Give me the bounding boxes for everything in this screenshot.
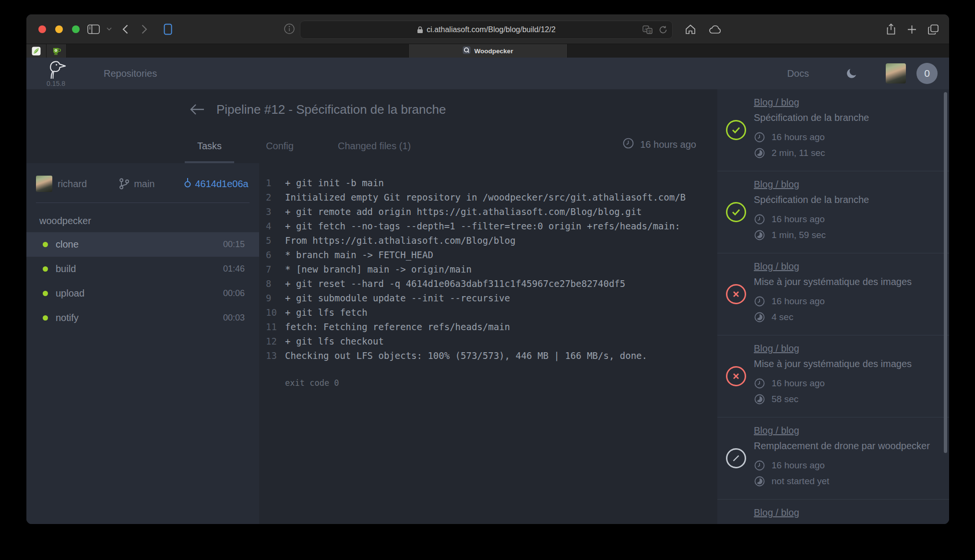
dark-mode-toggle-icon[interactable] <box>845 67 858 80</box>
app-header: 0.15.8 Repositories Docs 0 <box>26 58 949 89</box>
step-status-dot <box>43 315 48 321</box>
build-repo-link[interactable]: Blog / blog <box>754 425 799 436</box>
traffic-lights <box>38 25 80 33</box>
build-duration: not started yet <box>754 476 949 487</box>
build-repo-link[interactable]: Blog / blog <box>754 97 799 108</box>
close-window-button[interactable] <box>38 25 46 33</box>
log-line: 8 + git reset --hard -q 4614d1e06a3dabf3… <box>266 276 709 291</box>
build-time: 16 hours ago <box>754 296 949 307</box>
url-text: ci.athaliasoft.com/Blog/blog/build/12/2 <box>427 25 556 34</box>
divider <box>36 203 250 203</box>
chevron-down-icon[interactable] <box>107 27 112 31</box>
lock-icon <box>417 26 423 34</box>
author-name: richard <box>58 179 87 190</box>
build-duration: 58 sec <box>754 393 949 405</box>
nav-repositories[interactable]: Repositories <box>104 68 157 79</box>
scrollbar-thumb[interactable] <box>944 92 947 453</box>
log-line-number: 12 <box>266 334 285 348</box>
sidebar-toggle-icon[interactable] <box>87 24 100 34</box>
duration-icon <box>754 393 765 405</box>
log-line-number: 1 <box>266 176 285 190</box>
build-status-icon <box>726 366 746 386</box>
tab-woodpecker[interactable]: Woodpecker <box>408 44 568 58</box>
author-avatar <box>36 176 52 192</box>
app-version: 0.15.8 <box>47 80 65 87</box>
step-row[interactable]: clone 00:15 <box>26 232 259 257</box>
compact-tab-icon[interactable] <box>164 24 172 35</box>
log-line: 13 Checking out LFS objects: 100% (573/5… <box>266 348 709 363</box>
tab-overview-icon[interactable] <box>928 24 939 35</box>
notification-badge[interactable]: 0 <box>916 63 938 84</box>
clock-icon <box>754 378 765 389</box>
steps-panel: richard main <box>26 163 259 524</box>
home-icon[interactable] <box>685 24 696 35</box>
duration-icon <box>754 311 765 323</box>
build-repo-link[interactable]: Blog / blog <box>754 179 799 190</box>
build-entry[interactable]: Blog / blog Spécification de la branche … <box>717 89 949 171</box>
log-line-number: 7 <box>266 262 285 276</box>
build-entry[interactable]: Blog / blog Mise à jour systématique des… <box>717 335 949 417</box>
back-button[interactable] <box>122 24 128 34</box>
step-row[interactable]: notify 00:03 <box>26 306 259 330</box>
browser-toolbar: ci.athaliasoft.com/Blog/blog/build/12/2 … <box>26 14 949 44</box>
clock-icon <box>754 296 765 307</box>
back-arrow-icon[interactable] <box>190 103 205 116</box>
log-output[interactable]: 1 + git init -b main 2 Initialized empty… <box>259 163 717 524</box>
log-line-number: 11 <box>266 320 285 334</box>
reader-info-icon[interactable] <box>284 23 295 35</box>
nav-docs[interactable]: Docs <box>787 68 809 79</box>
pinned-tab-gitea[interactable] <box>47 44 67 58</box>
build-repo-link[interactable]: Blog / blog <box>754 261 799 272</box>
duration-icon <box>754 229 765 241</box>
log-line-number: 8 <box>266 276 285 291</box>
build-entry[interactable]: Blog / blog Spécification de la branche … <box>717 171 949 253</box>
reload-icon[interactable] <box>659 25 667 34</box>
share-icon[interactable] <box>886 24 896 35</box>
log-line-number: 13 <box>266 348 285 363</box>
forward-button[interactable] <box>142 24 147 34</box>
log-line: 6 * branch main -> FETCH_HEAD <box>266 248 709 262</box>
pipeline-tab[interactable]: Config <box>253 141 306 163</box>
build-entry[interactable]: Blog / blog Remplacement de drone par wo… <box>717 500 949 524</box>
minimize-window-button[interactable] <box>55 25 63 33</box>
tab-title: Woodpecker <box>475 48 513 55</box>
translate-icon[interactable]: A 文 <box>642 25 653 34</box>
new-tab-icon[interactable] <box>907 25 916 34</box>
build-entry[interactable]: Blog / blog Mise à jour systématique des… <box>717 253 949 335</box>
step-status-dot <box>43 291 48 296</box>
duration-icon <box>754 147 765 159</box>
step-row[interactable]: upload 00:06 <box>26 281 259 306</box>
build-repo-link[interactable]: Blog / blog <box>754 343 799 354</box>
log-line-number: 4 <box>266 219 285 233</box>
commit-hash-link[interactable]: 4614d1e06a <box>195 179 249 190</box>
clock-icon <box>622 137 634 152</box>
step-row[interactable]: build 01:46 <box>26 257 259 281</box>
build-status-icon <box>726 284 746 304</box>
log-line: 9 + git submodule update --init --recurs… <box>266 291 709 305</box>
step-duration: 00:06 <box>223 288 245 298</box>
build-message: Spécification de la branche <box>754 194 949 205</box>
address-bar[interactable]: ci.athaliasoft.com/Blog/blog/build/12/2 … <box>300 21 673 39</box>
build-entry[interactable]: Blog / blog Remplacement de drone par wo… <box>717 417 949 500</box>
step-status-dot <box>43 242 48 247</box>
build-time: 16 hours ago <box>754 131 949 143</box>
pipeline-tab[interactable]: Tasks <box>185 141 234 163</box>
log-line: 11 fetch: Fetching reference refs/heads/… <box>266 320 709 334</box>
log-line-number: 9 <box>266 291 285 305</box>
pipeline-time-ago: 16 hours ago <box>622 137 696 152</box>
pinned-tab-leaf[interactable] <box>26 44 47 58</box>
step-duration: 00:15 <box>223 239 245 250</box>
zoom-window-button[interactable] <box>72 25 80 33</box>
woodpecker-favicon <box>463 46 471 56</box>
branch-name: main <box>134 179 155 190</box>
user-avatar[interactable] <box>886 63 906 83</box>
branch-icon <box>119 178 130 190</box>
cloud-icon[interactable] <box>709 24 722 34</box>
log-line: 2 Initialized empty Git repository in /w… <box>266 190 709 204</box>
build-message: Mise à jour systématique des images <box>754 358 949 369</box>
build-repo-link[interactable]: Blog / blog <box>754 507 799 518</box>
build-time: 16 hours ago <box>754 460 949 471</box>
clock-icon <box>754 214 765 225</box>
pipeline-tab[interactable]: Changed files (1) <box>325 141 423 163</box>
woodpecker-logo[interactable]: 0.15.8 <box>47 60 69 87</box>
